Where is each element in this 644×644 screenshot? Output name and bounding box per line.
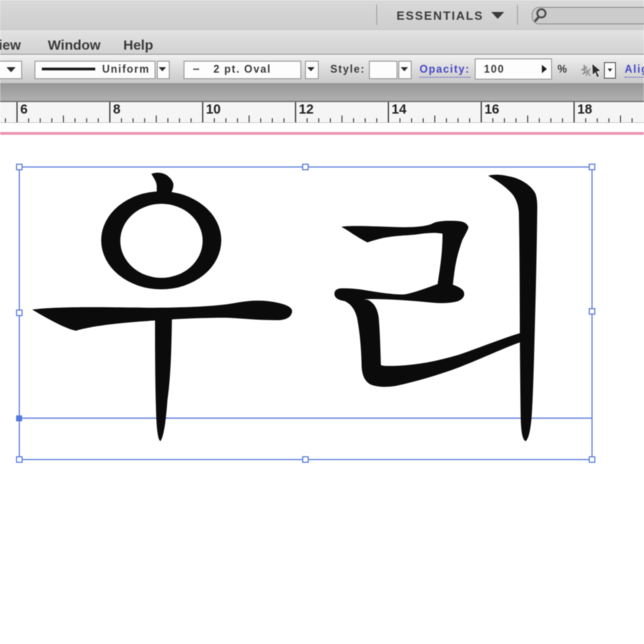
svg-text:8: 8 <box>113 102 121 116</box>
svg-text:16: 16 <box>484 102 499 116</box>
svg-text:14: 14 <box>391 102 406 116</box>
svg-text:18: 18 <box>577 102 592 116</box>
svg-text:12: 12 <box>299 102 314 116</box>
svg-text:6: 6 <box>20 102 28 116</box>
svg-text:10: 10 <box>206 102 221 116</box>
